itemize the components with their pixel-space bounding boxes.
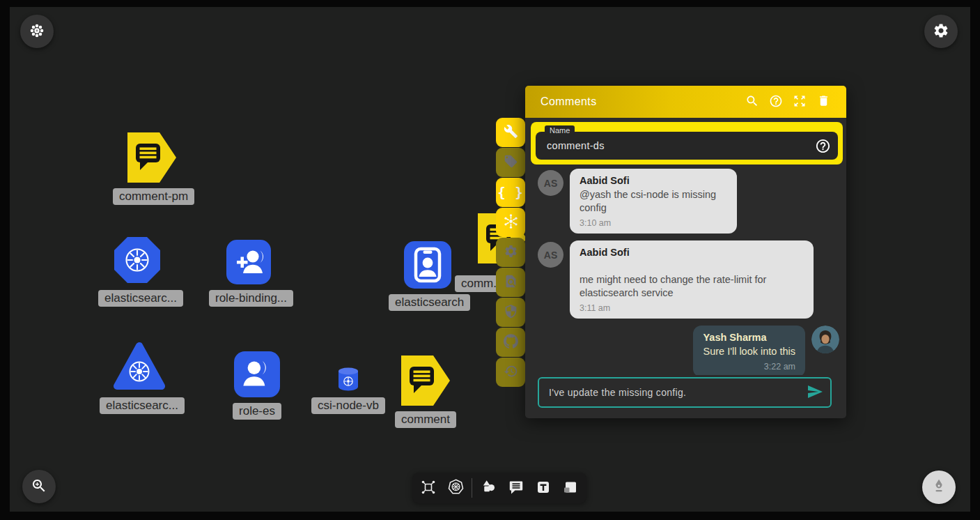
node-role-es[interactable]: role-es <box>218 351 296 420</box>
image-icon <box>562 479 579 498</box>
kubernetes-icon <box>447 478 465 498</box>
text-tool-button[interactable] <box>532 477 554 499</box>
send-button[interactable] <box>807 383 823 402</box>
doc-search-button[interactable] <box>496 268 525 297</box>
node-label: csi-node-vb <box>311 397 385 414</box>
doc-search-icon <box>504 274 518 291</box>
help-button[interactable] <box>764 90 788 114</box>
message-bubble: Aabid Sofi me might need to change the r… <box>570 240 814 319</box>
node-label: comment-pm <box>113 188 194 205</box>
node-label: role-es <box>233 403 281 420</box>
message-row: AS Aabid Sofi me might need to change th… <box>538 240 839 319</box>
message-author: Yash Sharma <box>703 332 795 343</box>
message-bubble: Aabid Sofi @yash the csi-node is missing… <box>570 169 737 234</box>
kubernetes-shape-button[interactable] <box>444 477 467 499</box>
message-time: 3:10 am <box>580 218 727 228</box>
app-logo-flower-icon <box>28 22 46 42</box>
pen-fab-button[interactable] <box>922 471 956 504</box>
message-author: Aabid Sofi <box>580 175 727 186</box>
node-csi-node-vb[interactable]: csi-node-vb <box>309 367 387 414</box>
search-icon <box>745 94 759 110</box>
message-text: @yash the csi-node is missing config <box>580 188 727 215</box>
node-role-binding[interactable]: role-binding... <box>209 240 288 307</box>
chat-message-input[interactable] <box>549 387 807 398</box>
history-icon <box>504 364 518 381</box>
tag-icon <box>504 154 518 171</box>
comment-node-icon <box>387 355 465 406</box>
comment-icon <box>508 479 524 498</box>
node-comment[interactable]: comment <box>387 355 465 428</box>
comment-node-icon <box>113 132 191 183</box>
message-row: Yash Sharma Sure I'll look into this 3:2… <box>538 326 839 375</box>
toolbar-divider <box>472 478 472 498</box>
graph-hub-button[interactable] <box>417 477 440 499</box>
delete-button[interactable] <box>811 90 835 114</box>
comments-panel: Comments Name <box>525 86 846 418</box>
avatar: AS <box>538 170 563 196</box>
message-row: AS Aabid Sofi @yash the csi-node is miss… <box>538 169 839 234</box>
shapes-button[interactable] <box>478 477 500 499</box>
shield-icon <box>504 304 518 321</box>
node-label: elasticsearc... <box>100 397 185 414</box>
wrench-button[interactable] <box>496 118 525 147</box>
name-field-section: Name <box>531 122 843 165</box>
design-canvas[interactable]: comment-pm elasticsearc... <box>10 7 970 512</box>
graph-hub-icon <box>420 479 437 498</box>
message-time: 3:11 am <box>580 303 804 313</box>
message-text: me might need to change the rate-limit f… <box>580 273 804 300</box>
gear-icon <box>933 22 949 41</box>
message-bubble: Yash Sharma Sure I'll look into this 3:2… <box>693 326 805 375</box>
field-help-icon[interactable] <box>815 138 831 154</box>
node-label: comment <box>395 411 456 428</box>
braces-icon: { } <box>497 185 523 200</box>
name-input[interactable] <box>547 140 815 151</box>
chat-input-box[interactable] <box>538 377 832 408</box>
node-elasticsearch-octagon[interactable]: elasticsearc... <box>98 236 176 307</box>
app-logo-button[interactable] <box>20 15 54 48</box>
message-list[interactable]: AS Aabid Sofi @yash the csi-node is miss… <box>525 165 846 375</box>
github-icon <box>504 334 518 351</box>
search-button[interactable] <box>740 90 764 114</box>
node-action-toolbar: { } <box>496 118 525 387</box>
node-comment-pm[interactable]: comment-pm <box>113 132 191 205</box>
settings-button[interactable] <box>496 238 525 267</box>
zoom-in-icon <box>31 477 47 496</box>
text-icon <box>535 479 552 498</box>
braces-button[interactable]: { } <box>496 178 525 207</box>
message-text: Sure I'll look into this <box>703 345 795 358</box>
message-author: Aabid Sofi <box>580 247 804 258</box>
name-field[interactable]: Name <box>536 132 838 160</box>
role-icon <box>218 351 296 397</box>
node-elasticsearch-triangle[interactable]: elasticsearc... <box>100 340 179 414</box>
zoom-fab-button[interactable] <box>22 470 56 503</box>
node-label: role-binding... <box>209 290 293 307</box>
help-icon <box>769 94 783 110</box>
role-binding-icon <box>209 240 288 284</box>
comments-panel-header[interactable]: Comments <box>525 86 846 118</box>
tag-button[interactable] <box>496 148 525 177</box>
wrench-icon <box>504 124 518 141</box>
panel-title: Comments <box>540 95 740 108</box>
history-button[interactable] <box>496 358 525 387</box>
github-button[interactable] <box>496 328 525 357</box>
expand-button[interactable] <box>788 90 811 114</box>
shapes-icon <box>480 478 497 498</box>
comment-shape-button[interactable] <box>505 477 527 499</box>
node-label: elasticsearc... <box>98 290 183 307</box>
message-time: 3:22 am <box>703 362 795 372</box>
settings-fab-button[interactable] <box>924 15 958 48</box>
expand-icon <box>793 94 807 110</box>
shield-button[interactable] <box>496 298 525 327</box>
node-label: elasticsearch <box>389 294 470 311</box>
kubernetes-triangle-icon <box>100 340 179 392</box>
send-icon <box>807 383 823 402</box>
user-photo-avatar <box>811 326 839 353</box>
app-window: comment-pm elasticsearc... <box>0 0 980 520</box>
storage-cylinder-icon <box>309 367 387 392</box>
kubernetes-flower-icon <box>503 213 519 231</box>
name-field-label: Name <box>545 125 575 135</box>
image-tool-button[interactable] <box>559 477 582 499</box>
shape-toolbar <box>412 473 586 503</box>
gear-icon <box>504 244 518 261</box>
kubernetes-button[interactable] <box>496 208 525 237</box>
